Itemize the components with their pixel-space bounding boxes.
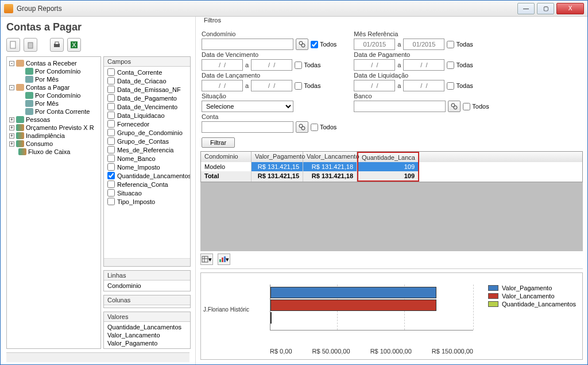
- grid-view-button[interactable]: ▾: [200, 253, 213, 265]
- list-item[interactable]: Valor_Pagamento: [106, 339, 188, 347]
- tree-item[interactable]: +Consumo: [8, 140, 99, 148]
- conta-input[interactable]: [202, 121, 293, 133]
- minimize-button[interactable]: —: [517, 3, 535, 14]
- banco-search-icon[interactable]: [448, 101, 461, 112]
- campo-checkbox[interactable]: [107, 129, 115, 136]
- campo-item[interactable]: Referencia_Conta: [106, 180, 188, 189]
- campo-item[interactable]: Data_de_Emissao_NF: [106, 85, 188, 94]
- condominio-input[interactable]: [202, 39, 293, 50]
- tree-item[interactable]: +Orçamento Previsto X R: [8, 124, 99, 132]
- tree-item[interactable]: Por Condomínio: [8, 67, 99, 75]
- tree-expander-icon[interactable]: +: [9, 133, 14, 139]
- tree-item[interactable]: Por Conta Corrente: [8, 107, 99, 116]
- banco-todos-check[interactable]: [463, 103, 470, 110]
- campo-checkbox[interactable]: [107, 137, 115, 145]
- close-button[interactable]: X: [556, 3, 584, 14]
- col-valor-pagamento[interactable]: Valor_Pagamento: [252, 152, 303, 162]
- data-venc-to[interactable]: [251, 59, 292, 71]
- campo-checkbox[interactable]: [107, 163, 115, 171]
- tree-item[interactable]: -Contas a Pagar: [8, 83, 99, 91]
- delete-button[interactable]: [24, 38, 37, 52]
- scrollbar[interactable]: [104, 258, 190, 266]
- data-pag-todas-check[interactable]: [447, 62, 454, 69]
- new-button[interactable]: [6, 38, 20, 52]
- col-condominio[interactable]: Condominio: [201, 152, 252, 162]
- col-quantidade-lanca[interactable]: Quantidade_Lanca: [357, 152, 419, 162]
- tree-expander-icon[interactable]: +: [9, 125, 14, 130]
- print-button[interactable]: [50, 38, 64, 52]
- mes-ref-todas-check[interactable]: [447, 41, 454, 48]
- table-row[interactable]: Modelo R$ 131.421,15 R$ 131.421,18 109: [201, 162, 582, 171]
- campo-checkbox[interactable]: [107, 94, 115, 102]
- tree-item[interactable]: Por Condomínio: [8, 91, 99, 99]
- condominio-search-icon[interactable]: [296, 39, 308, 50]
- list-item[interactable]: Quantidade_Lancamentos: [106, 323, 188, 331]
- campo-label: Nome_Imposto: [117, 164, 160, 171]
- tree-item[interactable]: +Inadimplência: [8, 132, 99, 140]
- campo-item[interactable]: Situacao: [106, 189, 188, 197]
- data-venc-from[interactable]: [202, 59, 243, 71]
- data-lanc-to[interactable]: [251, 80, 292, 91]
- campo-checkbox[interactable]: [107, 146, 115, 153]
- tree-expander-icon[interactable]: -: [9, 85, 14, 90]
- bar-valor-pagamento: [270, 287, 436, 298]
- mes-ref-to[interactable]: [403, 39, 444, 50]
- data-pag-to[interactable]: [403, 59, 444, 71]
- data-liq-todas-check[interactable]: [447, 82, 454, 90]
- conta-search-icon[interactable]: [296, 121, 308, 133]
- campo-item[interactable]: Nome_Imposto: [106, 163, 188, 171]
- tree-expander-icon[interactable]: +: [9, 117, 14, 122]
- campo-item[interactable]: Quantidade_Lancamentos: [106, 171, 188, 180]
- campo-item[interactable]: Fornecedor: [106, 120, 188, 128]
- campo-item[interactable]: Tipo_Imposto: [106, 197, 188, 206]
- campo-item[interactable]: Grupo_de_Condominio: [106, 128, 188, 137]
- campo-checkbox[interactable]: [107, 172, 115, 179]
- data-venc-todas-check[interactable]: [295, 62, 302, 69]
- campo-item[interactable]: Conta_Corrente: [106, 68, 188, 76]
- campo-item[interactable]: Data_de_Pagamento: [106, 94, 188, 102]
- condominio-todos-check[interactable]: [311, 41, 318, 48]
- col-valor-lancamento[interactable]: Valor_Lancamento: [303, 152, 357, 162]
- tree-item[interactable]: -Contas a Receber: [8, 59, 99, 67]
- situacao-select[interactable]: Selecione: [202, 101, 293, 112]
- campo-item[interactable]: Nome_Banco: [106, 154, 188, 163]
- campo-checkbox[interactable]: [107, 155, 115, 162]
- list-item[interactable]: Condominio: [106, 282, 188, 290]
- filtrar-button[interactable]: Filtrar: [202, 137, 235, 148]
- mes-ref-from[interactable]: [354, 39, 395, 50]
- h-scrollbar[interactable]: [6, 352, 189, 362]
- campo-checkbox[interactable]: [107, 77, 115, 84]
- campo-checkbox[interactable]: [107, 189, 115, 197]
- campo-item[interactable]: Data_de_Vencimento: [106, 102, 188, 111]
- maximize-button[interactable]: ▢: [537, 3, 554, 14]
- campo-item[interactable]: Grupo_de_Contas: [106, 137, 188, 145]
- tree-item[interactable]: +Pessoas: [8, 116, 99, 124]
- data-lanc-todas-check[interactable]: [295, 82, 302, 90]
- report-tree[interactable]: -Contas a ReceberPor CondomínioPor Mês-C…: [6, 56, 101, 349]
- data-pag-from[interactable]: [354, 59, 395, 71]
- list-item[interactable]: Valor_Lancamento: [106, 331, 188, 339]
- tree-item[interactable]: Fluxo de Caixa: [8, 148, 99, 156]
- excel-button[interactable]: X: [67, 38, 81, 52]
- campo-checkbox[interactable]: [107, 120, 115, 128]
- chart-view-button[interactable]: ▾: [218, 253, 230, 265]
- conta-todos-check[interactable]: [311, 124, 318, 131]
- campo-item[interactable]: Mes_de_Referencia: [106, 145, 188, 154]
- campo-checkbox[interactable]: [107, 198, 115, 205]
- campo-checkbox[interactable]: [107, 86, 115, 93]
- campo-checkbox[interactable]: [107, 103, 115, 110]
- campo-item[interactable]: Data_Liquidacao: [106, 111, 188, 120]
- campo-item[interactable]: Data_de_Criacao: [106, 76, 188, 85]
- data-lanc-from[interactable]: [202, 80, 243, 91]
- banco-input[interactable]: [354, 101, 446, 112]
- bar-valor-lancamento: [270, 299, 436, 311]
- data-liq-from[interactable]: [354, 80, 395, 91]
- campo-checkbox[interactable]: [107, 68, 115, 76]
- data-liq-to[interactable]: [403, 80, 444, 91]
- tree-expander-icon[interactable]: -: [9, 61, 14, 66]
- tree-item[interactable]: Por Mês: [8, 99, 99, 107]
- tree-expander-icon[interactable]: +: [9, 141, 14, 147]
- campo-checkbox[interactable]: [107, 180, 115, 188]
- tree-item[interactable]: Por Mês: [8, 75, 99, 83]
- campo-checkbox[interactable]: [107, 112, 115, 119]
